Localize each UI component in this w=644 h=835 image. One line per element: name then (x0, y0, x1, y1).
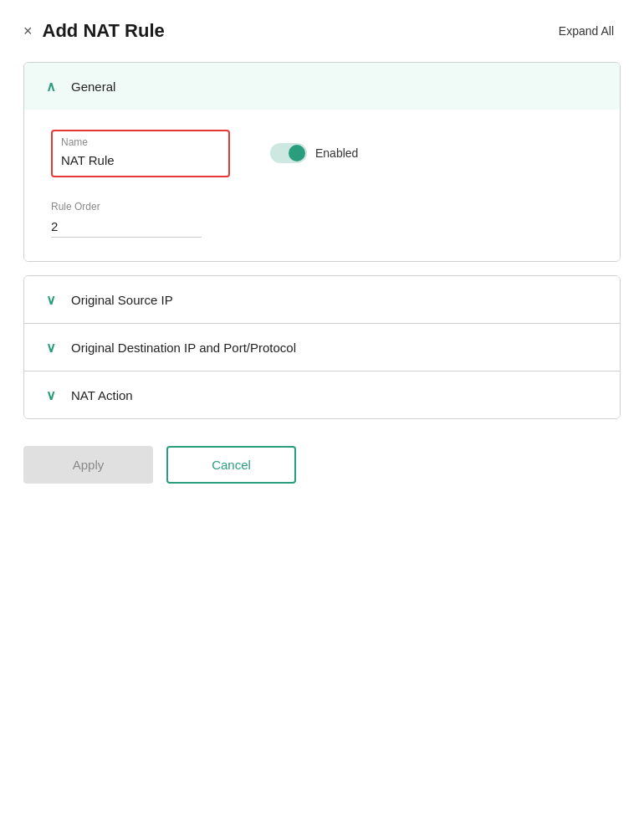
original-source-ip-chevron-down-icon: ∨ (41, 289, 61, 310)
title-group: × Add NAT Rule (23, 20, 165, 42)
general-section-title: General (71, 79, 115, 94)
close-icon[interactable]: × (23, 23, 33, 38)
nat-action-section: ∨ NAT Action (24, 371, 620, 418)
original-source-ip-header[interactable]: ∨ Original Source IP (24, 276, 620, 323)
general-section: ∧ General Name Enabled (23, 62, 621, 262)
general-section-body: Name Enabled Rule Order (24, 110, 620, 261)
rule-order-input[interactable] (51, 216, 202, 238)
panel-header: × Add NAT Rule Expand All (23, 20, 621, 42)
collapsed-sections-group: ∨ Original Source IP ∨ Original Destinat… (23, 275, 621, 419)
expand-all-button[interactable]: Expand All (552, 21, 621, 41)
enabled-toggle[interactable] (270, 143, 307, 163)
original-destination-ip-section: ∨ Original Destination IP and Port/Proto… (24, 324, 620, 371)
nat-action-header[interactable]: ∨ NAT Action (24, 371, 620, 418)
general-chevron-up-icon: ∧ (41, 76, 61, 96)
name-enabled-row: Name Enabled (51, 130, 593, 177)
apply-button[interactable]: Apply (23, 446, 153, 484)
original-destination-ip-chevron-down-icon: ∨ (41, 337, 61, 357)
toggle-track (270, 143, 307, 163)
name-field-label: Name (61, 136, 220, 148)
nat-action-title: NAT Action (71, 388, 133, 402)
toggle-thumb (289, 145, 305, 161)
original-destination-ip-title: Original Destination IP and Port/Protoco… (71, 341, 296, 355)
nat-action-chevron-down-icon: ∨ (41, 385, 61, 405)
original-destination-ip-header[interactable]: ∨ Original Destination IP and Port/Proto… (24, 324, 620, 371)
original-source-ip-section: ∨ Original Source IP (24, 276, 620, 324)
add-nat-rule-panel: × Add NAT Rule Expand All ∧ General Name (0, 0, 644, 835)
name-input[interactable] (61, 150, 220, 171)
enabled-toggle-group: Enabled (270, 130, 358, 163)
original-source-ip-title: Original Source IP (71, 293, 173, 307)
rule-order-field: Rule Order (51, 201, 593, 238)
enabled-label: Enabled (315, 146, 358, 160)
button-row: Apply Cancel (23, 446, 621, 484)
page-title: Add NAT Rule (43, 20, 165, 42)
name-field-wrapper: Name (51, 130, 230, 177)
general-section-header[interactable]: ∧ General (24, 63, 620, 110)
rule-order-label: Rule Order (51, 201, 593, 213)
cancel-button[interactable]: Cancel (166, 446, 296, 484)
